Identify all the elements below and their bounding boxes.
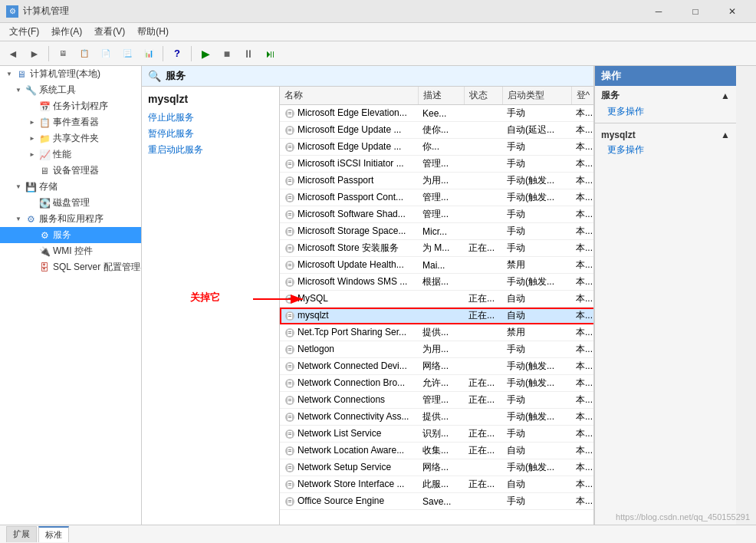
tree-services[interactable]: ► ⚙ 服务 <box>0 227 141 243</box>
col-name[interactable]: 名称 <box>280 87 418 105</box>
minimize-button[interactable]: ─ <box>641 0 676 23</box>
toolbar-btn5[interactable]: 📊 <box>139 44 159 63</box>
svg-rect-62 <box>288 365 291 366</box>
tab-expand[interactable]: 扩展 <box>6 526 37 542</box>
col-status[interactable]: 状态 <box>464 87 502 105</box>
table-row[interactable]: Network Store Interface ... 此服... 正在... … <box>280 476 593 493</box>
tree-system-tools[interactable]: ▼ 🔧 系统工具 <box>0 82 141 98</box>
right-more-actions-2[interactable]: 更多操作 <box>595 142 736 158</box>
share-icon: 📁 <box>38 133 51 145</box>
toolbar-forward[interactable]: ► <box>25 44 44 63</box>
right-section-services[interactable]: 服务 ▲ <box>595 86 736 104</box>
table-row[interactable]: Microsoft Edge Update ... 使你... 自动(延迟...… <box>280 122 593 139</box>
toolbar-btn4[interactable]: 📃 <box>117 44 137 63</box>
table-row[interactable]: Microsoft iSCSI Initiator ... 管理... 手动 本… <box>280 156 593 173</box>
table-row[interactable]: Microsoft Passport Cont... 管理... 手动(触发..… <box>280 189 593 206</box>
col-desc[interactable]: 描述 <box>418 87 464 105</box>
toolbar-btn2[interactable]: 📋 <box>74 44 94 63</box>
left-panel: ▼ 🖥 计算机管理(本地) ▼ 🔧 系统工具 ► 📅 任务计划程序 ► 📋 事件… <box>0 66 142 525</box>
right-section-mysqlzt[interactable]: mysqlzt ▲ <box>595 127 736 142</box>
status-bar: 扩展 标准 https://blog.csdn.net/qq_450155291 <box>0 525 756 543</box>
tree-event-viewer[interactable]: ► 📋 事件查看器 <box>0 114 141 130</box>
services-header: 🔍 服务 <box>142 66 593 87</box>
tree-wmi[interactable]: ► 🔌 WMI 控件 <box>0 243 141 259</box>
table-row[interactable]: Microsoft Storage Space... Micr... 手动 本.… <box>280 223 593 240</box>
td-status: 正在... <box>464 476 502 493</box>
table-row[interactable]: mysqlzt 正在... 自动 本... <box>280 308 593 324</box>
table-row[interactable]: Office Source Engine Save... 手动 本... <box>280 493 593 510</box>
toolbar-pause[interactable]: ⏸ <box>238 44 258 63</box>
table-row[interactable]: MySQL 正在... 自动 本... <box>280 291 593 308</box>
tree-arrow: ▼ <box>3 68 15 81</box>
td-status <box>464 189 502 206</box>
td-status: 正在... <box>464 308 502 324</box>
td-status <box>464 324 502 341</box>
table-row[interactable]: Network Connected Devi... 网络... 手动(触发...… <box>280 358 593 375</box>
tree-shared-folders[interactable]: ► 📁 共享文件夹 <box>0 130 141 146</box>
toolbar-stop[interactable]: ■ <box>217 44 237 63</box>
toolbar-back[interactable]: ◄ <box>3 44 23 63</box>
toolbar-play[interactable]: ▶ <box>196 44 215 63</box>
right-more-actions-1[interactable]: 更多操作 <box>595 104 736 120</box>
pause-service-link[interactable]: 暂停此服务 <box>148 127 273 140</box>
menu-view[interactable]: 查看(V) <box>88 24 131 41</box>
td-login: 本... <box>571 443 593 459</box>
menu-action[interactable]: 操作(A) <box>45 24 88 41</box>
maximize-button[interactable]: □ <box>678 0 713 23</box>
td-status <box>464 257 502 274</box>
col-startup[interactable]: 启动类型 <box>502 87 571 105</box>
td-status <box>464 122 502 139</box>
table-row[interactable]: Microsoft Software Shad... 管理... 手动 本... <box>280 206 593 223</box>
tree-root[interactable]: ▼ 🖥 计算机管理(本地) <box>0 66 141 82</box>
toolbar-btn3[interactable]: 📄 <box>96 44 116 63</box>
table-row[interactable]: Microsoft Store 安装服务 为 M... 正在... 手动 本..… <box>280 240 593 257</box>
table-row[interactable]: Network Location Aware... 收集... 正在... 自动… <box>280 443 593 459</box>
tab-standard[interactable]: 标准 <box>38 526 69 542</box>
stop-service-link[interactable]: 停止此服务 <box>148 111 273 124</box>
table-row[interactable]: Network List Service 识别... 正在... 手动 本... <box>280 426 593 443</box>
toolbar-help[interactable]: ? <box>167 44 187 63</box>
td-startup: 自动 <box>502 308 571 324</box>
svg-rect-78 <box>288 433 291 433</box>
table-row[interactable]: Microsoft Edge Elevation... Kee... 手动 本.… <box>280 105 593 122</box>
col-login[interactable]: 登^ <box>571 87 593 105</box>
svg-rect-75 <box>288 417 291 418</box>
td-startup: 自动 <box>502 291 571 308</box>
tree-task-scheduler[interactable]: ► 📅 任务计划程序 <box>0 98 141 114</box>
toolbar-restart[interactable]: ⏯ <box>260 44 280 63</box>
td-startup: 自动(延迟... <box>502 122 571 139</box>
td-name: Network Connections <box>280 392 418 409</box>
table-row[interactable]: Network Connectivity Ass... 提供... 手动(触发.… <box>280 409 593 426</box>
svg-rect-71 <box>288 400 291 401</box>
menu-file[interactable]: 文件(F) <box>3 24 45 41</box>
svg-rect-7 <box>288 130 291 131</box>
table-row[interactable]: Net.Tcp Port Sharing Ser... 提供... 禁用 本..… <box>280 324 593 341</box>
table-row[interactable]: Microsoft Passport 为用... 手动(触发... 本... <box>280 173 593 189</box>
restart-service-link[interactable]: 重启动此服务 <box>148 143 273 156</box>
table-row[interactable]: Microsoft Update Health... Mai... 禁用 本..… <box>280 257 593 274</box>
table-row[interactable]: Netlogon 为用... 手动 本... <box>280 341 593 358</box>
toolbar-btn1[interactable]: 🖥 <box>53 44 73 63</box>
table-row[interactable]: Network Connections 管理... 正在... 手动 本... <box>280 392 593 409</box>
svg-rect-47 <box>288 299 291 300</box>
td-status <box>464 139 502 156</box>
tree-sql[interactable]: ► 🗄 SQL Server 配置管理器 <box>0 259 141 275</box>
td-name: mysqlzt <box>280 308 418 324</box>
right-services-label: 服务 <box>601 89 620 102</box>
table-row[interactable]: Microsoft Edge Update ... 你... 手动 本... <box>280 139 593 156</box>
tree-services-apps[interactable]: ▼ ⚙ 服务和应用程序 <box>0 211 141 227</box>
table-row[interactable]: Network Setup Service 网络... 手动(触发... 本..… <box>280 459 593 476</box>
td-startup: 手动(触发... <box>502 459 571 476</box>
tree-performance[interactable]: ► 📈 性能 <box>0 146 141 163</box>
tree-disk-management[interactable]: ► 💽 磁盘管理 <box>0 195 141 211</box>
td-status <box>464 493 502 510</box>
td-desc: 管理... <box>418 206 464 223</box>
table-row[interactable]: Microsoft Windows SMS ... 根据... 手动(触发...… <box>280 274 593 291</box>
close-button[interactable]: ✕ <box>715 0 750 23</box>
td-status: 正在... <box>464 392 502 409</box>
tree-storage[interactable]: ▼ 💾 存储 <box>0 179 141 195</box>
table-row[interactable]: Network Connection Bro... 允许... 正在... 手动… <box>280 375 593 392</box>
tree-device-manager[interactable]: ► 🖥 设备管理器 <box>0 163 141 179</box>
services-app-icon: ⚙ <box>25 213 37 225</box>
menu-help[interactable]: 帮助(H) <box>131 24 175 41</box>
